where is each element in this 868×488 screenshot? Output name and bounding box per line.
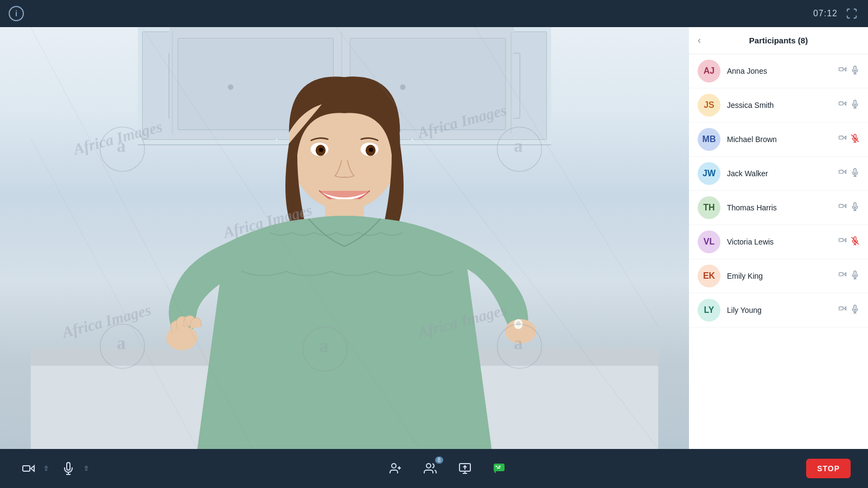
participant-item-jack[interactable]: JWJack Walker [689,157,868,191]
participant-name-thomas: Thomas Harris [727,203,831,212]
video-toggle-button[interactable] [17,459,39,478]
avatar-emily: EK [698,265,720,287]
svg-text:a: a [514,136,522,156]
participant-name-michael: Michael Brown [727,135,831,144]
top-bar-left: i [9,6,24,21]
participant-controls-lily [838,305,859,316]
toolbar-left: ⇧ ⇧ [17,459,89,478]
mic-icon-anna[interactable] [851,66,859,76]
svg-text:a: a [117,333,125,353]
toolbar-right: STOP [806,459,851,478]
avatar-thomas: TH [698,196,720,219]
participant-name-anna: Anna Jones [727,67,831,75]
avatar-lily: LY [698,299,720,322]
mic-icon-thomas[interactable] [851,202,859,213]
camera-icon-emily[interactable] [838,271,847,281]
mic-icon-victoria[interactable] [851,236,859,247]
participant-name-jessica: Jessica Smith [727,101,831,110]
svg-point-18 [166,326,197,350]
participant-item-lily[interactable]: LYLily Young [689,293,868,328]
camera-icon-michael[interactable] [838,134,847,144]
participant-item-victoria[interactable]: VLVictoria Lewis [689,225,868,259]
svg-rect-58 [839,239,844,242]
avatar-jack: JW [698,162,720,185]
svg-text:a: a [320,336,328,356]
participants-count: 8 [435,457,444,464]
mic-icon-jessica[interactable] [851,100,859,111]
camera-icon-lily[interactable] [838,305,847,315]
mic-chevron[interactable]: ⇧ [84,465,89,472]
participants-icon [424,462,437,475]
panel-header: ‹ Participants (8) [689,27,868,54]
camera-icon-jessica[interactable] [838,100,847,110]
mic-icon-emily[interactable] [851,271,859,281]
video-feed: Africa Images Africa Images Africa Image… [0,27,689,449]
stop-button[interactable]: STOP [806,459,851,478]
expand-icon[interactable] [844,6,859,21]
participant-item-jessica[interactable]: JSJessica Smith [689,88,868,123]
video-area: Africa Images Africa Images Africa Image… [0,27,689,449]
participant-controls-emily [838,271,859,281]
mic-icon-michael[interactable] [851,134,859,145]
participants-button[interactable]: 8 [419,459,441,478]
svg-point-9 [400,84,405,89]
video-chevron[interactable]: ⇧ [43,465,49,472]
add-participant-icon [389,462,402,475]
person-video: Africa Images Africa Images Africa Image… [0,27,689,449]
add-participant-button[interactable] [385,459,406,478]
participant-controls-michael [838,134,859,145]
avatar-anna: AJ [698,60,720,82]
svg-rect-45 [839,102,844,105]
participant-item-emily[interactable]: EKEmily King [689,259,868,293]
participant-name-emily: Emily King [727,272,831,280]
mic-toggle-button[interactable] [58,459,79,478]
svg-rect-42 [839,68,844,71]
camera-icon-anna[interactable] [838,66,847,76]
svg-rect-68 [23,466,30,471]
svg-rect-62 [839,273,844,276]
svg-rect-80 [497,467,500,468]
mic-icon-lily[interactable] [851,305,859,316]
svg-rect-79 [499,466,501,467]
info-icon[interactable]: i [9,6,24,21]
share-screen-icon [458,462,471,475]
participant-controls-anna [838,66,859,76]
svg-text:a: a [514,333,522,353]
svg-rect-52 [839,170,844,174]
participant-name-victoria: Victoria Lewis [727,237,831,246]
mic-icon [62,462,75,475]
camera-icon-victoria[interactable] [838,237,847,247]
svg-text:a: a [117,136,125,156]
panel-title: Participants (8) [749,36,808,45]
toolbar-center: 8 [385,459,510,478]
participant-controls-victoria [838,236,859,247]
svg-rect-78 [495,466,497,467]
participant-name-lily: Lily Young [727,306,831,314]
call-timer: 07:12 [813,9,838,18]
avatar-victoria: VL [698,230,720,253]
top-bar: i 07:12 [0,0,868,27]
chat-button[interactable] [489,459,510,478]
svg-point-16 [369,147,373,152]
chat-icon [493,462,506,475]
participant-name-jack: Jack Walker [727,169,831,178]
svg-rect-55 [839,204,844,208]
camera-icon-jack[interactable] [838,169,847,178]
participant-controls-thomas [838,202,859,213]
video-icon [22,462,35,475]
participant-item-thomas[interactable]: THThomas Harris [689,191,868,225]
svg-point-8 [228,84,233,89]
participant-item-anna[interactable]: AJAnna Jones [689,54,868,88]
svg-point-74 [426,464,431,468]
share-screen-button[interactable] [454,459,476,478]
participant-item-michael[interactable]: MBMichael Brown [689,123,868,157]
main-content: Africa Images Africa Images Africa Image… [0,27,868,449]
participants-panel: ‹ Participants (8) AJAnna JonesJSJessica… [689,27,868,449]
camera-icon-thomas[interactable] [838,203,847,213]
participant-controls-jessica [838,100,859,111]
panel-collapse-chevron[interactable]: ‹ [698,35,701,46]
svg-point-21 [516,322,520,326]
participant-controls-jack [838,168,859,179]
svg-point-15 [319,147,323,152]
mic-icon-jack[interactable] [851,168,859,179]
